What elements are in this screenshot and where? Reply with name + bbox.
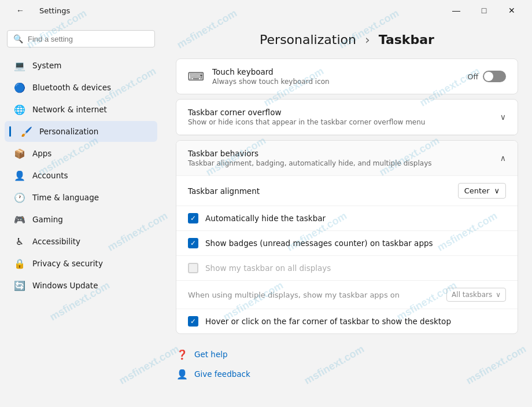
corner-overflow-title: Taskbar corner overflow [188, 108, 425, 117]
title-bar-left: ← Settings [7, 2, 70, 19]
auto-hide-checkbox[interactable] [188, 213, 198, 223]
badges-row: Show badges (unread messages counter) on… [176, 231, 518, 256]
apps-icon: 📦 [14, 148, 25, 159]
time-icon: 🕐 [14, 192, 25, 203]
behaviors-header[interactable]: Taskbar behaviors Taskbar alignment, bad… [176, 141, 518, 176]
sidebar: 🔍 💻 System 🔵 Bluetooth & devices 🌐 Netwo… [0, 21, 162, 407]
sidebar-item-label: Privacy & security [32, 259, 103, 268]
accessibility-icon: ♿ [14, 236, 25, 247]
badges-label: Show badges (unread messages counter) on… [205, 239, 433, 248]
sidebar-item-time[interactable]: 🕐 Time & language [5, 187, 157, 208]
sidebar-item-apps[interactable]: 📦 Apps [5, 143, 157, 164]
auto-hide-row: Automatically hide the taskbar [176, 206, 518, 231]
breadcrumb-parent: Personalization [260, 32, 356, 47]
multi-display-value: All taskbars [452, 291, 492, 299]
touch-keyboard-text: Touch keyboard Always show touch keyboar… [212, 67, 460, 86]
alignment-row: Taskbar alignment Center ∨ [176, 176, 518, 206]
sidebar-item-bluetooth[interactable]: 🔵 Bluetooth & devices [5, 77, 157, 98]
feedback-icon: 👤 [176, 368, 189, 380]
sidebar-item-accounts[interactable]: 👤 Accounts [5, 165, 157, 186]
sidebar-item-privacy[interactable]: 🔒 Privacy & security [5, 253, 157, 274]
sidebar-item-label: Apps [32, 149, 51, 158]
hover-desktop-label: Hover or click on the far corner of task… [205, 317, 451, 326]
page-title: Taskbar [379, 32, 434, 47]
sidebar-item-accessibility[interactable]: ♿ Accessibility [5, 231, 157, 252]
sidebar-item-label: Accounts [32, 171, 68, 180]
close-button[interactable]: ✕ [498, 2, 525, 19]
corner-overflow-chevron: ∨ [500, 112, 506, 122]
multi-display-select[interactable]: All taskbars ∨ [446, 288, 506, 302]
sidebar-item-update[interactable]: 🔄 Windows Update [5, 275, 157, 296]
corner-overflow-card: Taskbar corner overflow Show or hide ico… [176, 99, 518, 135]
personalization-icon: 🖌️ [21, 126, 32, 137]
search-icon: 🔍 [13, 34, 23, 43]
breadcrumb-separator: › [365, 32, 370, 47]
help-icon: ❓ [176, 348, 189, 361]
corner-overflow-text: Taskbar corner overflow Show or hide ico… [188, 108, 425, 126]
touch-keyboard-card: ⌨ Touch keyboard Always show touch keybo… [176, 58, 518, 94]
all-displays-row: Show my taskbar on all displays [176, 256, 518, 281]
touch-keyboard-toggle[interactable] [483, 71, 506, 82]
back-button[interactable]: ← [7, 2, 34, 19]
all-displays-label: Show my taskbar on all displays [205, 263, 331, 273]
behaviors-desc: Taskbar alignment, badging, automaticall… [188, 159, 432, 167]
active-indicator [9, 126, 11, 137]
alignment-select[interactable]: Center ∨ [458, 183, 506, 199]
behaviors-chevron: ∧ [500, 153, 506, 163]
hover-desktop-row: Hover or click on the far corner of task… [176, 309, 518, 333]
bluetooth-icon: 🔵 [14, 82, 25, 93]
toggle-off-label: Off [468, 72, 478, 81]
page-header: Personalization › Taskbar [176, 21, 518, 47]
multi-display-row: When using multiple displays, show my ta… [176, 281, 518, 309]
alignment-label: Taskbar alignment [188, 186, 260, 196]
auto-hide-label: Automatically hide the taskbar [205, 214, 326, 223]
behaviors-header-text: Taskbar behaviors Taskbar alignment, bad… [188, 149, 432, 167]
touch-keyboard-row: ⌨ Touch keyboard Always show touch keybo… [176, 59, 518, 94]
app-body: 🔍 💻 System 🔵 Bluetooth & devices 🌐 Netwo… [0, 21, 532, 407]
behaviors-card: Taskbar behaviors Taskbar alignment, bad… [176, 140, 518, 334]
sidebar-item-label: Bluetooth & devices [32, 83, 111, 92]
hover-desktop-checkbox[interactable] [188, 316, 198, 327]
touch-keyboard-toggle-container: Off [468, 71, 506, 82]
update-icon: 🔄 [14, 280, 25, 291]
corner-overflow-desc: Show or hide icons that appear in the ta… [188, 118, 425, 126]
sidebar-item-label: Personalization [39, 127, 98, 136]
app-title: Settings [39, 6, 70, 15]
sidebar-item-personalization[interactable]: 🖌️ Personalization [5, 121, 157, 142]
sidebar-item-label: System [32, 61, 61, 70]
maximize-button[interactable]: □ [471, 2, 497, 19]
corner-overflow-header[interactable]: Taskbar corner overflow Show or hide ico… [176, 100, 518, 135]
get-help-link[interactable]: ❓ Get help [176, 348, 518, 361]
get-help-label: Get help [194, 350, 228, 359]
multi-display-text: When using multiple displays, show my ta… [188, 291, 446, 299]
content-area: Personalization › Taskbar ⌨ Touch keyboa… [162, 21, 532, 407]
alignment-chevron-icon: ∨ [494, 186, 500, 195]
search-box[interactable]: 🔍 [7, 30, 155, 47]
sidebar-item-gaming[interactable]: 🎮 Gaming [5, 209, 157, 230]
auto-hide-wrapper: Automatically hide the taskbar [176, 206, 518, 231]
minimize-button[interactable]: — [443, 2, 470, 19]
sidebar-item-label: Accessibility [32, 237, 80, 246]
multi-display-chevron-icon: ∨ [496, 291, 501, 299]
gaming-icon: 🎮 [14, 214, 25, 225]
badges-checkbox[interactable] [188, 238, 198, 248]
accounts-icon: 👤 [14, 170, 25, 181]
sidebar-item-system[interactable]: 💻 System [5, 55, 157, 76]
title-bar: ← Settings — □ ✕ [0, 0, 532, 21]
touch-keyboard-title: Touch keyboard [212, 67, 460, 76]
network-icon: 🌐 [14, 104, 25, 115]
feedback-link[interactable]: 👤 Give feedback [176, 368, 518, 380]
keyboard-icon: ⌨ [188, 69, 204, 83]
touch-keyboard-desc: Always show touch keyboard icon [212, 78, 460, 86]
feedback-label: Give feedback [194, 369, 250, 379]
all-displays-checkbox[interactable] [188, 263, 198, 273]
footer-links: ❓ Get help 👤 Give feedback [176, 348, 518, 380]
search-input[interactable] [28, 35, 149, 43]
window-controls: — □ ✕ [443, 2, 525, 19]
sidebar-item-label: Windows Update [32, 281, 98, 290]
alignment-value: Center [464, 186, 490, 195]
behaviors-title: Taskbar behaviors [188, 149, 432, 158]
sidebar-item-network[interactable]: 🌐 Network & internet [5, 99, 157, 120]
sidebar-item-label: Network & internet [32, 105, 107, 114]
system-icon: 💻 [14, 60, 25, 71]
